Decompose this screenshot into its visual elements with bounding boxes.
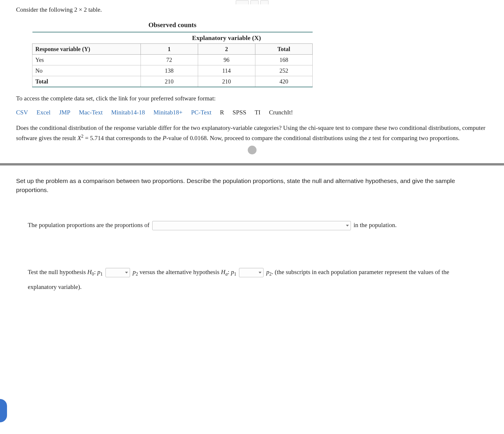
toolbar-box [250, 0, 259, 4]
answer-line-2: Test the null hypothesis H0: p1 p2 versu… [28, 265, 476, 294]
question-text: Set up the problem as a comparison betwe… [16, 177, 488, 194]
problem-paragraph: Does the conditional distribution of the… [16, 123, 488, 143]
null-relation-dropdown[interactable] [105, 268, 130, 277]
chevron-down-icon [259, 272, 261, 273]
explanatory-header: Explanatory variable (X) [141, 32, 312, 44]
table-row: No 138 114 252 [32, 65, 313, 76]
toolbar-stub [16, 0, 488, 4]
chevron-down-icon [346, 225, 349, 226]
toolbar-box [236, 0, 249, 4]
response-header: Response variable (Y) [32, 44, 141, 55]
drag-handle-icon[interactable] [248, 146, 257, 154]
row-label: Yes [32, 55, 141, 65]
link-crunchit[interactable]: CrunchIt! [269, 109, 293, 116]
answer-line-1: The population proportions are the propo… [28, 218, 476, 232]
row-label: No [32, 65, 141, 76]
alt-relation-dropdown[interactable] [239, 268, 264, 277]
link-mactext[interactable]: Mac-Text [79, 109, 103, 116]
link-ti[interactable]: TI [255, 109, 261, 116]
cell: 72 [141, 55, 198, 65]
toolbar-box [260, 0, 269, 4]
col-header-1: 1 [141, 44, 198, 55]
section-divider [0, 163, 504, 165]
link-excel[interactable]: Excel [37, 109, 51, 116]
link-minitab14[interactable]: Minitab14-18 [111, 109, 145, 116]
cell: 96 [198, 55, 255, 65]
link-pctext[interactable]: PC-Text [191, 109, 212, 116]
proportions-dropdown[interactable] [152, 221, 351, 230]
cell: 210 [141, 76, 198, 87]
chevron-down-icon [125, 272, 128, 273]
intro-text: Consider the following 2 × 2 table. [16, 6, 488, 14]
table-title: Observed counts [32, 20, 313, 30]
link-minitab18[interactable]: Minitab18+ [153, 109, 182, 116]
access-text: To access the complete data set, click t… [16, 94, 488, 103]
table-row: Total 210 210 420 [32, 76, 313, 87]
cell: 210 [198, 76, 255, 87]
col-header-total: Total [255, 44, 312, 55]
link-jmp[interactable]: JMP [59, 109, 70, 116]
cell: 420 [255, 76, 312, 87]
row-label: Total [32, 76, 141, 87]
table-row: Yes 72 96 168 [32, 55, 313, 65]
format-links: CSV Excel JMP Mac-Text Minitab14-18 Mini… [16, 108, 488, 117]
cell: 168 [255, 55, 312, 65]
link-csv[interactable]: CSV [16, 109, 28, 116]
observed-counts-table: Observed counts Explanatory variable (X)… [32, 20, 488, 87]
cell: 114 [198, 65, 255, 76]
col-header-2: 2 [198, 44, 255, 55]
link-spss[interactable]: SPSS [233, 109, 246, 116]
cell: 138 [141, 65, 198, 76]
link-r[interactable]: R [220, 109, 224, 116]
cell: 252 [255, 65, 312, 76]
